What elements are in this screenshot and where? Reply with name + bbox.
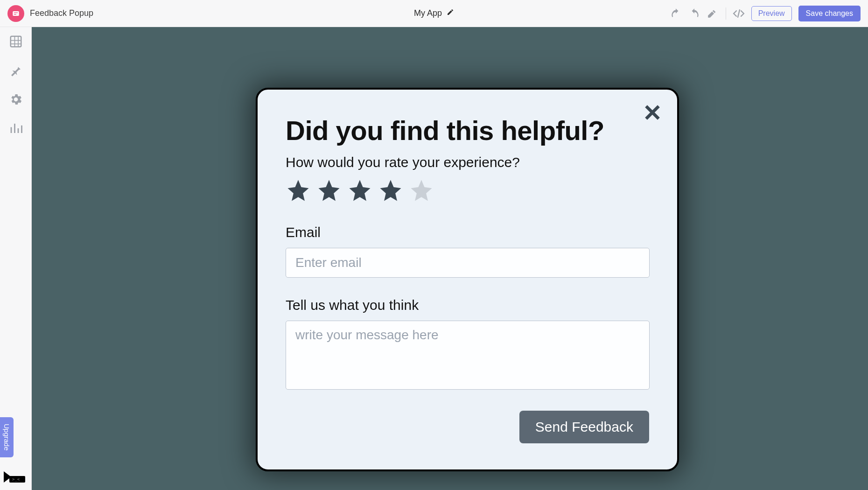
send-feedback-button[interactable]: Send Feedback bbox=[519, 411, 649, 443]
app-logo bbox=[7, 5, 24, 22]
message-label: Tell us what you think bbox=[286, 297, 649, 313]
undo-icon[interactable] bbox=[670, 7, 682, 20]
code-icon[interactable] bbox=[733, 7, 745, 20]
star-1[interactable] bbox=[286, 178, 311, 205]
email-field[interactable] bbox=[286, 248, 650, 278]
svg-rect-1 bbox=[10, 36, 21, 47]
save-changes-button[interactable]: Save changes bbox=[798, 6, 861, 21]
hammer-icon[interactable] bbox=[707, 7, 719, 20]
grid-icon[interactable] bbox=[9, 35, 23, 50]
upgrade-button[interactable]: Upgrade bbox=[0, 417, 14, 457]
preview-button[interactable]: Preview bbox=[751, 6, 792, 21]
gear-icon[interactable] bbox=[9, 92, 23, 108]
feedback-popup: Did you find this helpful? How would you… bbox=[256, 88, 679, 471]
svg-text:>_<: >_< bbox=[12, 477, 20, 482]
app-name[interactable]: My App bbox=[414, 8, 442, 18]
pin-icon[interactable] bbox=[9, 63, 23, 79]
pencil-icon[interactable] bbox=[447, 8, 454, 18]
star-2[interactable] bbox=[316, 178, 342, 205]
popup-subheading: How would you rate your experience? bbox=[286, 154, 649, 170]
message-field[interactable] bbox=[286, 321, 650, 390]
email-label: Email bbox=[286, 224, 649, 240]
chart-icon[interactable] bbox=[9, 121, 23, 137]
close-icon[interactable] bbox=[642, 102, 663, 125]
terminal-icon[interactable]: >_< bbox=[3, 470, 26, 485]
star-rating bbox=[286, 178, 649, 205]
popup-heading: Did you find this helpful? bbox=[286, 115, 649, 146]
redo-icon[interactable] bbox=[688, 7, 700, 20]
svg-rect-0 bbox=[13, 11, 19, 16]
star-5[interactable] bbox=[409, 178, 434, 205]
star-4[interactable] bbox=[378, 178, 403, 205]
page-title: Feedback Popup bbox=[30, 8, 93, 18]
editor-canvas: Did you find this helpful? How would you… bbox=[32, 27, 868, 490]
divider bbox=[726, 7, 726, 20]
topbar: Feedback Popup My App Preview Save chang… bbox=[0, 0, 868, 27]
star-3[interactable] bbox=[347, 178, 372, 205]
